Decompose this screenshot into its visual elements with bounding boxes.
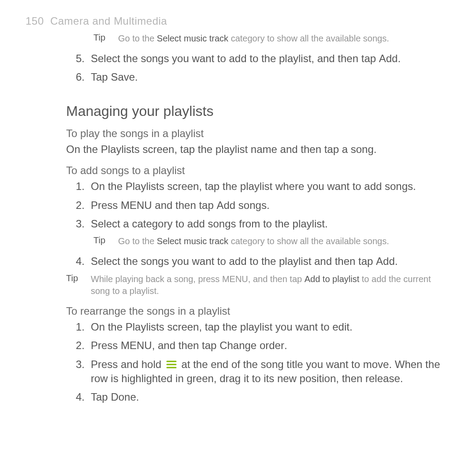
text-strong: Add (379, 52, 398, 64)
list-number: 2. (66, 198, 91, 212)
tip-note: Tip Go to the Select music track categor… (93, 33, 450, 45)
tip-note: Tip Go to the Select music track categor… (93, 235, 450, 247)
list-item: 4. Tap Done. (66, 390, 450, 404)
list-number: 1. (66, 179, 91, 193)
list-item: 3. Select a category to add songs from t… (66, 217, 450, 231)
list-item: 1. On the Playlists screen, tap the play… (66, 179, 450, 193)
tip-text: Go to the Select music track category to… (118, 33, 450, 45)
list-item: 6. Tap Save. (66, 70, 450, 84)
list-item: 2. Press MENU and then tap Add songs. (66, 198, 450, 212)
tip-text: While playing back a song, press MENU, a… (91, 273, 450, 297)
heading-2: Managing your playlists (66, 103, 450, 119)
text: . (395, 255, 398, 267)
list-item: 3. Press and hold at the end of the song… (66, 357, 450, 386)
heading-3: To add songs to a playlist (66, 164, 450, 177)
text: . (135, 71, 138, 83)
text: Press and hold (91, 358, 164, 370)
section-title: Camera and Multimedia (50, 15, 167, 27)
paragraph: On the Playlists screen, tap the playlis… (66, 142, 450, 156)
text: . (267, 199, 270, 211)
text: While playing back a song, press MENU, a… (91, 274, 305, 284)
list-number: 4. (66, 254, 91, 268)
list-text: Tap Done. (91, 390, 450, 404)
list-number: 5. (66, 52, 91, 66)
text-strong: Select music track (157, 33, 228, 43)
list-text: Select a category to add songs from to t… (91, 217, 450, 231)
list-number: 3. (66, 357, 91, 386)
heading-3: To play the songs in a playlist (66, 127, 450, 140)
text-strong: Change order (219, 339, 284, 351)
tip-label: Tip (93, 33, 118, 45)
list-item: 2. Press MENU, and then tap Change order… (66, 338, 450, 353)
list-number: 1. (66, 320, 91, 334)
text: Press MENU and then tap (91, 199, 216, 211)
text: . (136, 391, 139, 403)
text-strong: Select music track (157, 236, 228, 246)
list-number: 6. (66, 70, 91, 84)
list-text: Select the songs you want to add to the … (91, 254, 450, 268)
tip-label: Tip (66, 273, 91, 297)
text: Select the songs you want to add to the … (91, 52, 379, 64)
list-text: Press MENU, and then tap Change order. (91, 338, 450, 353)
tip-note: Tip While playing back a song, press MEN… (66, 273, 450, 297)
text: Press MENU, and then tap (91, 339, 219, 351)
list-text: Tap Save. (91, 70, 450, 84)
text: Tap (91, 391, 111, 403)
list-text: On the Playlists screen, tap the playlis… (91, 179, 450, 193)
text: Tap (91, 71, 111, 83)
text: Select the songs you want to add to the … (91, 255, 376, 267)
drag-handle-icon (166, 360, 177, 369)
list-number: 3. (66, 217, 91, 231)
heading-3: To rearrange the songs in a playlist (66, 305, 450, 317)
list-number: 2. (66, 338, 91, 353)
list-item: 5. Select the songs you want to add to t… (66, 52, 450, 66)
text-strong: Done (111, 391, 136, 403)
text: . (398, 52, 401, 64)
text-strong: Add to playlist (305, 274, 360, 284)
list-number: 4. (66, 390, 91, 404)
page-header: 150 Camera and Multimedia (26, 15, 450, 27)
text-strong: Add songs (216, 199, 266, 211)
list-item: 4. Select the songs you want to add to t… (66, 254, 450, 268)
list-text: Select the songs you want to add to the … (91, 52, 450, 66)
text-strong: Add (376, 255, 395, 267)
list-text: Press and hold at the end of the song ti… (91, 357, 450, 386)
text: . (284, 339, 287, 351)
text-strong: Save (111, 71, 135, 83)
list-text: On the Playlists screen, tap the playlis… (91, 320, 450, 334)
list-text: Press MENU and then tap Add songs. (91, 198, 450, 212)
list-item: 1. On the Playlists screen, tap the play… (66, 320, 450, 334)
ordered-list: 1. On the Playlists screen, tap the play… (66, 320, 450, 405)
text: Go to the (118, 236, 157, 246)
text: Go to the (118, 33, 157, 43)
text: category to show all the available songs… (228, 236, 389, 246)
page-number: 150 (26, 15, 44, 27)
page-content: Tip Go to the Select music track categor… (66, 33, 450, 405)
ordered-list: 5. Select the songs you want to add to t… (66, 52, 450, 85)
text: category to show all the available songs… (228, 33, 389, 43)
tip-text: Go to the Select music track category to… (118, 235, 450, 247)
document-page: 150 Camera and Multimedia Tip Go to the … (0, 0, 476, 427)
tip-label: Tip (93, 235, 118, 247)
ordered-list: 4. Select the songs you want to add to t… (66, 254, 450, 268)
ordered-list: 1. On the Playlists screen, tap the play… (66, 179, 450, 231)
